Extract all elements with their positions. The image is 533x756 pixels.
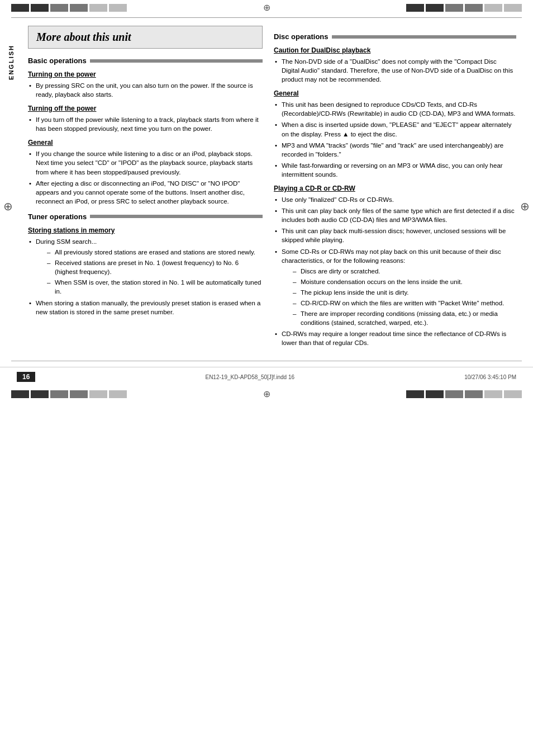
page-title: More about this unit: [28, 26, 263, 49]
turning-off-list: If you turn off the power while listenin…: [28, 115, 263, 133]
list-item: If you change the source while listening…: [28, 149, 263, 176]
list-item: If you turn off the power while listenin…: [28, 115, 263, 133]
dash-item: Discs are dirty or scratched.: [293, 267, 516, 276]
storing-stations-list: During SSM search... All previously stor…: [28, 237, 263, 316]
turning-on-list: By pressing SRC on the unit, you can als…: [28, 81, 263, 99]
dualdisc-heading: Caution for DualDisc playback: [274, 46, 516, 54]
bottom-right-blocks: [406, 390, 522, 398]
footer-date: 10/27/06 3:45:10 PM: [464, 374, 516, 380]
ssm-dash-list: All previously stored stations are erase…: [36, 248, 263, 296]
list-item: This unit can play back only files of th…: [274, 206, 516, 224]
storing-stations-heading: Storing stations in memory: [28, 226, 263, 234]
footer: 16 EN12-19_KD-APD58_50[J]f.indd 16 10/27…: [0, 367, 533, 386]
bottom-left-blocks: [11, 390, 127, 398]
cdr-list: Use only "finalized" CD-Rs or CD-RWs. Th…: [274, 195, 516, 347]
color-block-8: [426, 4, 444, 12]
top-left-blocks: [11, 4, 127, 12]
dash-item: Moisture condensation occurs on the lens…: [293, 277, 516, 286]
tuner-operations-label: Tuner operations: [28, 212, 87, 221]
btm-block-8: [426, 390, 444, 398]
color-block-4: [70, 4, 88, 12]
color-block-12: [504, 4, 522, 12]
right-crosshair-icon: ⊕: [520, 200, 530, 213]
color-block-5: [89, 4, 107, 12]
list-item: MP3 and WMA "tracks" (words "file" and "…: [274, 141, 516, 159]
basic-operations-bar: [90, 59, 263, 63]
btm-block-4: [70, 390, 88, 398]
list-item: The Non-DVD side of a "DualDisc" does no…: [274, 57, 516, 84]
top-rule: [11, 17, 522, 18]
disc-operations-label: Disc operations: [274, 32, 329, 41]
list-item: This unit can play back multi-session di…: [274, 226, 516, 244]
left-crosshair-icon: ⊕: [3, 200, 13, 213]
color-block-7: [406, 4, 424, 12]
color-block-6: [109, 4, 127, 12]
basic-operations-label: Basic operations: [28, 56, 87, 65]
turning-off-heading: Turning off the power: [28, 105, 263, 112]
basic-general-list: If you change the source while listening…: [28, 149, 263, 206]
disc-operations-bar: [332, 35, 516, 39]
disc-general-heading: General: [274, 89, 516, 97]
color-block-10: [465, 4, 483, 12]
btm-block-1: [11, 390, 29, 398]
btm-block-11: [484, 390, 502, 398]
dash-item: Received stations are preset in No. 1 (l…: [47, 258, 263, 276]
side-label-english: ENGLISH: [8, 45, 15, 80]
btm-block-9: [445, 390, 463, 398]
top-registration-area: ⊕: [0, 0, 533, 15]
disc-operations-heading: Disc operations: [274, 32, 516, 41]
tuner-operations-bar: [90, 215, 263, 218]
list-item: This unit has been designed to reproduce…: [274, 100, 516, 118]
color-block-9: [445, 4, 463, 12]
page: ⊕ ENGLISH ⊕ ⊕ More about this unit Basic…: [0, 0, 533, 413]
content-area: More about this unit Basic operations Tu…: [0, 20, 533, 357]
dash-item: There are improper recording conditions …: [293, 309, 516, 327]
tuner-operations-heading: Tuner operations: [28, 212, 263, 221]
footer-filename: EN12-19_KD-APD58_50[J]f.indd 16: [205, 374, 294, 380]
color-block-2: [31, 4, 49, 12]
bottom-rule: [11, 361, 522, 361]
color-block-11: [484, 4, 502, 12]
disc-general-list: This unit has been designed to reproduce…: [274, 100, 516, 179]
top-crosshair-icon: ⊕: [263, 2, 270, 13]
list-item: After ejecting a disc or disconnecting a…: [28, 179, 263, 206]
cdr-heading: Playing a CD-R or CD-RW: [274, 185, 516, 192]
cdr-reasons-list: Discs are dirty or scratched. Moisture c…: [282, 267, 516, 328]
page-number: 16: [17, 372, 35, 382]
list-item: During SSM search... All previously stor…: [28, 237, 263, 296]
btm-block-5: [89, 390, 107, 398]
turning-on-heading: Turning on the power: [28, 70, 263, 78]
right-column: Disc operations Caution for DualDisc pla…: [274, 26, 516, 352]
dualdisc-list: The Non-DVD side of a "DualDisc" does no…: [274, 57, 516, 84]
left-column: More about this unit Basic operations Tu…: [28, 26, 263, 352]
basic-general-heading: General: [28, 139, 263, 147]
btm-block-7: [406, 390, 424, 398]
btm-block-3: [50, 390, 68, 398]
color-block-1: [11, 4, 29, 12]
btm-block-10: [465, 390, 483, 398]
list-item: While fast-forwarding or reversing on an…: [274, 161, 516, 179]
list-item: Some CD-Rs or CD-RWs may not play back o…: [274, 247, 516, 328]
dash-item: When SSM is over, the station stored in …: [47, 278, 263, 296]
list-item: When a disc is inserted upside down, "PL…: [274, 120, 516, 138]
btm-block-12: [504, 390, 522, 398]
btm-block-2: [31, 390, 49, 398]
basic-operations-heading: Basic operations: [28, 56, 263, 65]
top-right-blocks: [406, 4, 522, 12]
list-item: By pressing SRC on the unit, you can als…: [28, 81, 263, 99]
dash-item: All previously stored stations are erase…: [47, 248, 263, 257]
dash-item: The pickup lens inside the unit is dirty…: [293, 288, 516, 297]
color-block-3: [50, 4, 68, 12]
list-item: When storing a station manually, the pre…: [28, 299, 263, 316]
dash-item: CD-R/CD-RW on which the files are writte…: [293, 299, 516, 308]
btm-block-6: [109, 390, 127, 398]
bottom-registration-area: ⊕: [0, 386, 533, 401]
bottom-crosshair-icon: ⊕: [263, 389, 270, 399]
list-item: CD-RWs may require a longer readout time…: [274, 329, 516, 347]
list-item: Use only "finalized" CD-Rs or CD-RWs.: [274, 195, 516, 204]
